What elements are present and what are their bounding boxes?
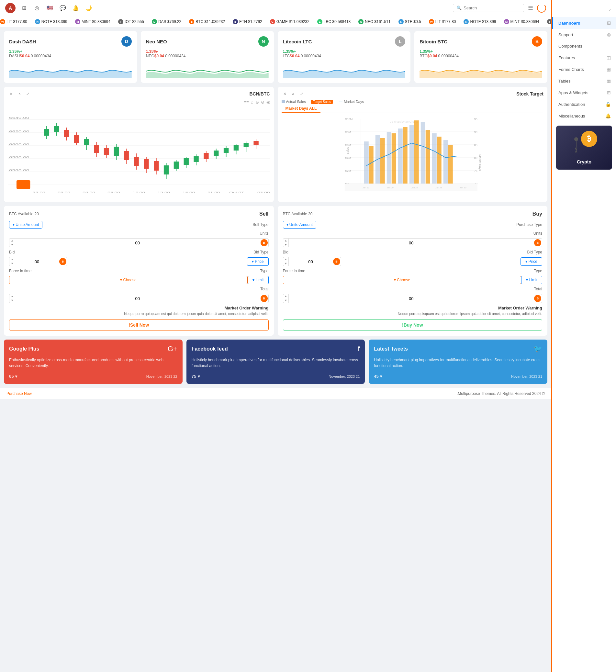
- unite-amount-buy-btn[interactable]: Unite Amount: [283, 221, 316, 229]
- target-icon[interactable]: ◎: [32, 4, 41, 13]
- total-down-btn[interactable]: ▼: [9, 298, 15, 303]
- price-buy-btn[interactable]: Price: [521, 257, 542, 266]
- sell-now-btn[interactable]: !Sell Now: [9, 319, 269, 330]
- purchase-now-link[interactable]: Purchase Now: [6, 391, 32, 396]
- sidebar-toggle-btn[interactable]: ‹: [607, 5, 613, 15]
- svg-text:75: 75: [474, 169, 477, 173]
- crypto-card-title: Litecoin LTC: [283, 39, 312, 44]
- svg-rect-48: [224, 148, 229, 153]
- buy-units-down-btn[interactable]: ▼: [283, 243, 289, 247]
- twitter-icon: 🐦: [533, 345, 542, 353]
- buy-total-up-btn[interactable]: ▲: [283, 294, 289, 298]
- zoom-in-icon[interactable]: ⊕: [255, 100, 259, 105]
- close-btn[interactable]: ✕: [8, 91, 14, 97]
- total-up-btn[interactable]: ▲: [9, 294, 15, 298]
- ticker-item: M MINT $0.880694: [75, 19, 110, 24]
- menu-icon[interactable]: ≡≡: [244, 100, 249, 105]
- buy-bid-up-btn[interactable]: ▲: [283, 257, 289, 262]
- sidebar-item-authentication[interactable]: Authentication 🔒: [552, 98, 616, 110]
- choose-buy-btn[interactable]: Choose: [283, 276, 521, 284]
- choose-sell-btn[interactable]: Choose: [9, 276, 248, 284]
- sidebar-item-features[interactable]: Features ◫: [552, 52, 616, 63]
- sidebar-item-label: Forms Charts: [558, 67, 607, 72]
- bell-icon[interactable]: 🔔: [71, 4, 80, 13]
- force-type-buy-labels: Force in time Type: [283, 269, 543, 273]
- units-up-btn[interactable]: ▲: [9, 239, 15, 243]
- buy-total-down-btn[interactable]: ▼: [283, 298, 289, 303]
- price-sell-btn[interactable]: Price: [247, 257, 269, 266]
- flag-icon[interactable]: 🇺🇸: [45, 4, 54, 13]
- ticker-symbol: MINT $0.880694: [82, 19, 110, 24]
- units-down-btn[interactable]: ▼: [9, 243, 15, 247]
- buy-total-coin: B: [534, 295, 541, 302]
- hamburger-icon[interactable]: ☰: [528, 5, 533, 12]
- limit-sell-btn[interactable]: Limit: [248, 276, 269, 284]
- sidebar-item-label: Dashboard: [558, 21, 607, 26]
- svg-rect-26: [114, 147, 119, 156]
- bid-sell-input[interactable]: [15, 258, 59, 266]
- sidebar-item-components[interactable]: Components: [552, 40, 616, 52]
- bid-buy-input[interactable]: [289, 258, 332, 266]
- zoom-out-icon[interactable]: ⊖: [261, 100, 264, 105]
- sidebar-item-icon: 🔔: [605, 113, 611, 118]
- total-buy-input[interactable]: [289, 295, 533, 303]
- svg-text:Jan 24: Jan 24: [411, 186, 418, 189]
- buy-bid-down-btn[interactable]: ▼: [283, 262, 289, 266]
- bid-up-btn[interactable]: ▲: [9, 257, 15, 262]
- home-icon[interactable]: ⌂: [251, 100, 253, 105]
- units-buy-input-group: ▲ ▼ B: [283, 238, 543, 247]
- unite-amount-sell-btn[interactable]: Unite Amount: [9, 221, 42, 229]
- close-btn-2[interactable]: ✕: [282, 91, 288, 97]
- svg-text:03:00: 03:00: [257, 191, 270, 194]
- twitter-footer: 45 ♥ November, 2023 21: [374, 374, 542, 379]
- svg-text:15:00: 15:00: [158, 191, 170, 194]
- sidebar-item-tables[interactable]: Tables ▦: [552, 75, 616, 87]
- stock-chart-svg: JS chart by amCharts $10M $8M $6M $4M $2…: [282, 116, 544, 193]
- up-btn[interactable]: ∧: [16, 91, 23, 97]
- bid-down-btn[interactable]: ▼: [9, 262, 15, 266]
- sidebar-item-support[interactable]: Support ◎: [552, 29, 616, 40]
- svg-rect-101: [414, 120, 419, 184]
- svg-text:$6M: $6M: [345, 143, 351, 147]
- svg-text:09:00: 09:00: [107, 191, 120, 194]
- svg-rect-18: [74, 135, 79, 143]
- bid-buy-label: Bid: [283, 250, 302, 254]
- svg-rect-16: [64, 130, 69, 137]
- moon-icon[interactable]: 🌙: [84, 4, 93, 13]
- sidebar-item-apps-&-widgets[interactable]: Apps & Widgets ⊞: [552, 87, 616, 98]
- sell-bid-coin: B: [59, 258, 66, 265]
- svg-text:JS chart by amCharts: JS chart by amCharts: [390, 120, 418, 123]
- crypto-coin-icon: N: [258, 36, 269, 47]
- buy-now-btn[interactable]: !Buy Now: [283, 319, 543, 330]
- svg-rect-42: [194, 156, 198, 162]
- sidebar-item-miscellaneous[interactable]: Miscellaneous 🔔: [552, 110, 616, 122]
- up-btn-2[interactable]: ∧: [290, 91, 297, 97]
- total-sell-input[interactable]: [15, 295, 260, 303]
- tab-market-days-all[interactable]: Market Days ALL: [282, 105, 321, 113]
- ticker-item: G GAME $11.039232: [270, 19, 309, 24]
- settings-icon[interactable]: ◉: [266, 100, 270, 105]
- sidebar-item-dashboard[interactable]: Dashboard ⊞: [552, 17, 616, 29]
- chat-icon[interactable]: 💬: [58, 4, 67, 13]
- total-sell-label: Total: [260, 287, 268, 291]
- units-buy-input[interactable]: [289, 239, 533, 247]
- svg-text:$2M: $2M: [345, 169, 351, 173]
- buy-panel: BTC Available 20 Buy Unite Amount Purcha…: [278, 206, 548, 336]
- svg-text:6580.00: 6580.00: [9, 156, 29, 159]
- svg-rect-28: [124, 151, 129, 160]
- total-sell-input-row: ▲ ▼ B: [9, 294, 269, 303]
- ticker-item: M MINT $0.880694: [504, 19, 539, 24]
- settings-icon[interactable]: ⊞: [19, 4, 28, 13]
- buy-units-up-btn[interactable]: ▲: [283, 239, 289, 243]
- twitter-text: Holisticly benchmark plug imperatives fo…: [374, 357, 542, 369]
- limit-buy-btn[interactable]: Limit: [521, 276, 542, 284]
- ticker-symbol: DAS $769.22: [158, 19, 181, 24]
- search-input[interactable]: [464, 6, 519, 10]
- sidebar-item-forms-charts[interactable]: Forms Charts ▦: [552, 63, 616, 75]
- svg-rect-96: [443, 140, 448, 184]
- svg-rect-40: [184, 158, 189, 165]
- resize-btn[interactable]: ⤢: [25, 91, 31, 97]
- units-sell-input[interactable]: [15, 239, 260, 247]
- resize-btn-2[interactable]: ⤢: [298, 91, 305, 97]
- svg-text:Jan 30: Jan 30: [459, 186, 466, 189]
